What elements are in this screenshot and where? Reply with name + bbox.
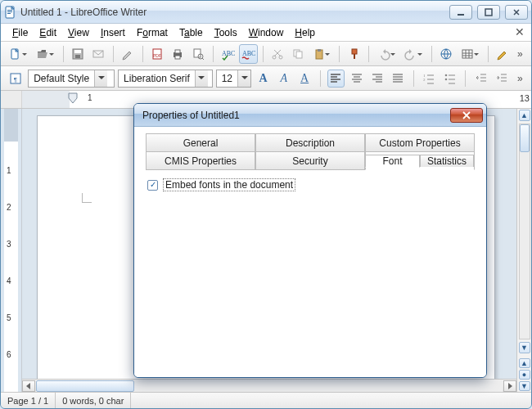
page-up-nav-button[interactable]: ▲ (519, 358, 530, 368)
toolbar-separator (263, 46, 264, 62)
toolbar-separator (320, 70, 321, 87)
spellcheck-button[interactable]: ABC (219, 44, 237, 64)
numbered-list-button[interactable]: 12 (421, 70, 438, 88)
svg-rect-29 (462, 50, 472, 58)
styles-dialog-button[interactable]: ¶ (6, 69, 25, 88)
tab-description[interactable]: Description (255, 133, 365, 151)
toolbar-separator (339, 46, 340, 62)
tab-font[interactable]: Font (365, 155, 420, 168)
svg-rect-14 (175, 50, 180, 53)
close-button[interactable] (505, 5, 528, 20)
tab-custom-properties[interactable]: Custom Properties (365, 133, 475, 151)
bullet-list-button[interactable] (441, 70, 458, 88)
navigation-picker-button[interactable]: ● (519, 370, 530, 380)
chevron-down-icon[interactable] (237, 70, 250, 87)
tab-cmis-properties[interactable]: CMIS Properties (146, 151, 255, 169)
align-center-button[interactable] (348, 70, 365, 88)
export-pdf-button[interactable]: PDF (148, 44, 167, 64)
svg-rect-1 (7, 10, 12, 11)
undo-button[interactable] (374, 44, 399, 64)
toolbar-overflow-icon[interactable]: » (514, 48, 526, 60)
maximize-button[interactable] (477, 5, 500, 20)
align-left-button[interactable] (327, 70, 345, 88)
email-button[interactable] (89, 44, 108, 64)
vscroll-track[interactable] (519, 124, 530, 339)
menu-window[interactable]: Window (244, 25, 289, 40)
svg-rect-15 (175, 56, 180, 59)
minimize-button[interactable] (449, 5, 472, 20)
toolbar-overflow-icon[interactable]: » (514, 73, 526, 84)
tab-description-label: Description (286, 137, 335, 149)
embed-fonts-row[interactable]: Embed fonts in the document (147, 178, 473, 191)
increase-indent-button[interactable] (493, 70, 510, 88)
embed-fonts-checkbox[interactable] (147, 180, 158, 191)
menu-tools[interactable]: Tools (210, 25, 242, 40)
toolbar-separator (431, 46, 432, 62)
horizontal-scrollbar[interactable] (22, 379, 516, 392)
scroll-down-icon[interactable]: ▼ (519, 342, 530, 353)
toolbar-separator (368, 46, 369, 62)
embed-fonts-label: Embed fonts in the document (163, 178, 295, 191)
menu-table[interactable]: Table (174, 25, 208, 40)
dialog-body: General Description Custom Properties CM… (134, 127, 486, 377)
dialog-tab-content: Embed fonts in the document (142, 170, 478, 200)
status-page[interactable]: Page 1 / 1 (1, 393, 56, 408)
tab-general-label: General (183, 137, 219, 149)
page-down-label: ▼ (521, 382, 528, 390)
new-doc-button[interactable] (6, 44, 31, 64)
vscroll-thumb[interactable] (520, 124, 530, 152)
autospellcheck-button[interactable]: ABC (239, 44, 258, 64)
align-right-button[interactable] (368, 70, 385, 88)
align-justify-button[interactable] (389, 70, 406, 88)
vertical-ruler[interactable]: 1 2 3 4 5 6 (1, 109, 22, 392)
document-close-icon[interactable]: ✕ (515, 25, 525, 38)
scroll-up-icon[interactable]: ▲ (519, 110, 530, 121)
print-button[interactable] (169, 44, 187, 64)
dialog-close-button[interactable] (450, 108, 483, 123)
svg-text:ABC: ABC (222, 50, 235, 57)
svg-rect-23 (296, 52, 302, 58)
print-preview-button[interactable] (189, 44, 208, 64)
paste-button[interactable] (309, 44, 335, 64)
menu-help[interactable]: Help (290, 25, 320, 40)
chevron-down-icon[interactable] (94, 70, 107, 87)
menu-insert[interactable]: Insert (96, 25, 130, 40)
hscroll-track[interactable] (36, 380, 503, 392)
open-button[interactable] (33, 44, 58, 64)
tab-general[interactable]: General (146, 133, 255, 151)
dialog-titlebar[interactable]: Properties of Untitled1 (134, 104, 486, 127)
toolbar-separator (413, 70, 414, 87)
insert-table-button[interactable] (458, 44, 483, 64)
indent-marker-icon[interactable] (68, 92, 78, 104)
show-draw-functions-button[interactable] (494, 44, 512, 64)
bold-button[interactable]: A (255, 70, 272, 88)
tab-security[interactable]: Security (255, 151, 365, 169)
font-size-combo[interactable]: 12 (216, 70, 251, 88)
tab-statistics[interactable]: Statistics (420, 155, 474, 167)
copy-button[interactable] (289, 44, 308, 64)
tab-cmis-label: CMIS Properties (165, 155, 237, 167)
scroll-left-icon[interactable] (22, 380, 35, 392)
menu-edit[interactable]: Edit (34, 25, 61, 40)
svg-rect-5 (485, 9, 492, 16)
menu-format[interactable]: Format (132, 25, 173, 40)
font-name-combo[interactable]: Liberation Serif (118, 70, 213, 88)
page-down-nav-button[interactable]: ▼ (519, 381, 530, 391)
clone-formatting-button[interactable] (345, 44, 363, 64)
menu-view[interactable]: View (63, 25, 94, 40)
italic-button[interactable]: A (275, 70, 292, 88)
chevron-down-icon[interactable] (195, 70, 208, 87)
paragraph-style-combo[interactable]: Default Style (28, 70, 115, 88)
hscroll-thumb[interactable] (36, 380, 134, 392)
menu-file[interactable]: File (7, 25, 33, 40)
hyperlink-button[interactable] (437, 44, 456, 64)
save-button[interactable] (69, 44, 88, 64)
scroll-right-icon[interactable] (503, 380, 516, 392)
decrease-indent-button[interactable] (472, 70, 489, 88)
cut-button[interactable] (268, 44, 286, 64)
underline-button[interactable]: A (296, 70, 313, 88)
redo-button[interactable] (401, 44, 426, 64)
edit-mode-button[interactable] (119, 44, 138, 64)
status-wordcount[interactable]: 0 words, 0 char (56, 393, 131, 408)
toolbar-separator (142, 46, 143, 62)
